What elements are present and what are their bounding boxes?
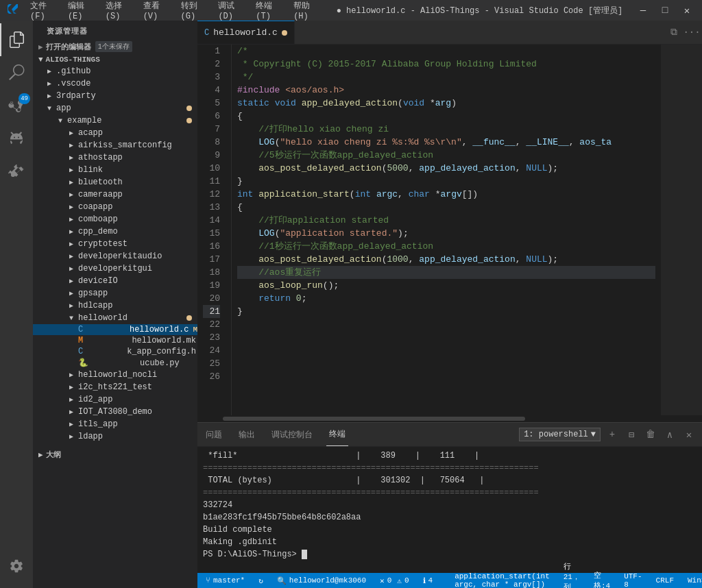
terminal-tab-problems[interactable]: 问题: [203, 424, 225, 446]
menu-select[interactable]: 选择(S): [100, 0, 136, 23]
status-language[interactable]: Win32: [685, 573, 702, 588]
status-alerts[interactable]: ℹ 4: [420, 573, 436, 588]
sidebar-item-coapapp[interactable]: ▶ coapapp: [33, 201, 197, 213]
more-actions-button[interactable]: ···: [684, 25, 699, 40]
status-errors[interactable]: ✕ 0 ⚠ 0: [377, 573, 411, 588]
status-eol[interactable]: CRLF: [653, 573, 677, 588]
code-line-1: /*: [237, 45, 655, 58]
activity-debug[interactable]: [0, 122, 33, 155]
sidebar-item-3rdparty[interactable]: ▶ 3rdparty: [33, 90, 197, 102]
sidebar-item-ldapp[interactable]: ▶ ldapp: [33, 430, 197, 443]
item-label: comboapp: [77, 215, 197, 224]
sync-icon: ↻: [258, 576, 263, 585]
item-label: .github: [55, 66, 197, 76]
split-editor-button[interactable]: ⧉: [666, 25, 681, 40]
open-editors-section[interactable]: ▶ 打开的编辑器 1个未保存: [33, 39, 197, 54]
sidebar-item-helloworld[interactable]: ▼ helloworld: [33, 312, 197, 324]
terminal-split-button[interactable]: ⊟: [624, 427, 639, 442]
sidebar-item-acapp[interactable]: ▶ acapp: [33, 127, 197, 139]
terminal-tab-output[interactable]: 输出: [236, 424, 258, 446]
menu-edit[interactable]: 编辑(E): [62, 0, 99, 23]
eol-label: CRLF: [656, 576, 674, 585]
tab-bar: C helloworld.c ⧉ ···: [197, 21, 702, 45]
sidebar-item-athostapp[interactable]: ▶ athostapp: [33, 151, 197, 164]
sidebar-item-github[interactable]: ▶ .github: [33, 65, 197, 77]
item-label: i2c_hts221_test: [77, 382, 197, 392]
terminal-dropdown[interactable]: 1: powershell ▼: [519, 428, 601, 441]
project-header[interactable]: ▼ ALIOS-THINGS: [33, 54, 197, 65]
outline-header[interactable]: ▶ 大纲: [33, 448, 197, 461]
sidebar-item-vscode[interactable]: ▶ .vscode: [33, 77, 197, 90]
sidebar-item-developerkitgui[interactable]: ▶ developerkitgui: [33, 262, 197, 275]
terminal-tab-terminal[interactable]: 终端: [326, 423, 348, 446]
sidebar-item-helloworld-nocli[interactable]: ▶ helloworld_nocli: [33, 369, 197, 381]
sidebar-item-k-app-config[interactable]: C k_app_config.h: [33, 346, 197, 357]
sidebar-item-i2c[interactable]: ▶ i2c_hts221_test: [33, 381, 197, 393]
status-spaces[interactable]: 空格:4: [591, 573, 613, 588]
sidebar-item-cameraapp[interactable]: ▶ cameraapp: [33, 188, 197, 201]
terminal-add-button[interactable]: +: [605, 427, 620, 442]
status-search[interactable]: 🔍 helloworld@mk3060: [274, 573, 369, 588]
terminal-content[interactable]: *fill* | 389 | 111 | ===================…: [197, 447, 702, 573]
terminal-close-button[interactable]: ✕: [681, 427, 697, 442]
close-button[interactable]: ✕: [679, 2, 695, 19]
sidebar-item-example[interactable]: ▼ example: [33, 114, 197, 127]
menu-goto[interactable]: 转到(G): [176, 0, 212, 23]
source-control-badge: 49: [19, 93, 30, 104]
encoding-label: UTF-8: [624, 572, 642, 588]
sidebar-item-developerkitaudio[interactable]: ▶ developerkitaudio: [33, 250, 197, 262]
activity-search[interactable]: [0, 56, 33, 89]
sidebar-item-blink[interactable]: ▶ blink: [33, 164, 197, 176]
code-line-10: LOG("hello xiao cheng zi %s:%d %s\r\n", …: [237, 136, 655, 149]
activity-settings[interactable]: [0, 550, 33, 583]
terminal-collapse-button[interactable]: ∧: [662, 427, 677, 442]
terminal-tab-debug[interactable]: 调试控制台: [269, 424, 315, 446]
sidebar-item-cryptotest[interactable]: ▶ cryptotest: [33, 238, 197, 250]
item-label: developerkitaudio: [77, 252, 197, 261]
terminal-line-3: 332724: [203, 499, 697, 511]
sidebar-item-airkiss[interactable]: ▶ airkiss_smartconfig: [33, 139, 197, 151]
sidebar-item-cpp-demo[interactable]: ▶ cpp_demo: [33, 225, 197, 238]
status-encoding[interactable]: UTF-8: [621, 573, 644, 588]
git-branch-icon: ⑂: [206, 576, 210, 585]
sidebar-item-ucube-py[interactable]: 🐍 ucube.py: [33, 357, 197, 369]
sidebar-item-comboapp[interactable]: ▶ comboapp: [33, 213, 197, 225]
sidebar-item-iot[interactable]: ▶ IOT_AT3080_demo: [33, 406, 197, 418]
status-bottom-info[interactable]: application_start(int argc, char * argv[…: [452, 573, 553, 588]
status-sync[interactable]: ↻: [256, 573, 266, 588]
terminal-line-2: TOTAL (bytes) | 301302 | 75064 |: [203, 474, 697, 487]
line-numbers: 12345 678910 1112131415 1617181920 21 22…: [197, 45, 232, 415]
menu-terminal[interactable]: 终端(T): [250, 0, 287, 23]
menu-help[interactable]: 帮助(H): [288, 0, 324, 23]
status-branch[interactable]: ⑂ master*: [203, 573, 247, 588]
h-scrollbar[interactable]: [197, 415, 702, 422]
item-label: helloworld: [77, 313, 186, 323]
activity-explorer[interactable]: [0, 23, 33, 56]
code-editor[interactable]: 12345 678910 1112131415 1617181920 21 22…: [197, 45, 702, 415]
menu-file[interactable]: 文件(F): [25, 0, 61, 23]
activity-source-control[interactable]: 49: [0, 89, 33, 122]
menu-debug[interactable]: 调试(D): [213, 0, 249, 23]
sidebar-item-app[interactable]: ▼ app: [33, 102, 197, 114]
editor-tab-helloworld-c[interactable]: C helloworld.c: [197, 21, 295, 44]
sidebar-item-helloworld-mk[interactable]: M helloworld.mk: [33, 335, 197, 346]
sidebar-item-gpsapp[interactable]: ▶ gpsapp: [33, 287, 197, 299]
sidebar-item-deviceIO[interactable]: ▶ deviceIO: [33, 275, 197, 287]
arrow-icon: ▶: [66, 140, 77, 151]
arrow-icon: ▶: [44, 66, 55, 77]
code-line-24: return 0;: [237, 292, 655, 305]
status-position[interactable]: 行 21，列 18: [561, 573, 583, 588]
sidebar-item-helloworld-c[interactable]: C helloworld.c M: [33, 324, 197, 335]
terminal-trash-button[interactable]: 🗑: [643, 427, 658, 442]
item-label: coapapp: [77, 202, 197, 212]
menu-view[interactable]: 查看(V): [138, 0, 174, 23]
sidebar-item-id2-app[interactable]: ▶ id2_app: [33, 393, 197, 406]
maximize-button[interactable]: □: [657, 2, 673, 19]
sidebar-item-itls[interactable]: ▶ itls_app: [33, 418, 197, 430]
error-icon: ✕: [380, 576, 385, 585]
sidebar-item-bluetooth[interactable]: ▶ bluetooth: [33, 176, 197, 188]
code-content[interactable]: /* * Copyright (C) 2015-2017 Alibaba Gro…: [232, 45, 661, 415]
sidebar-item-hdlcapp[interactable]: ▶ hdlcapp: [33, 299, 197, 312]
activity-extensions[interactable]: [0, 155, 33, 188]
minimize-button[interactable]: —: [635, 2, 651, 19]
